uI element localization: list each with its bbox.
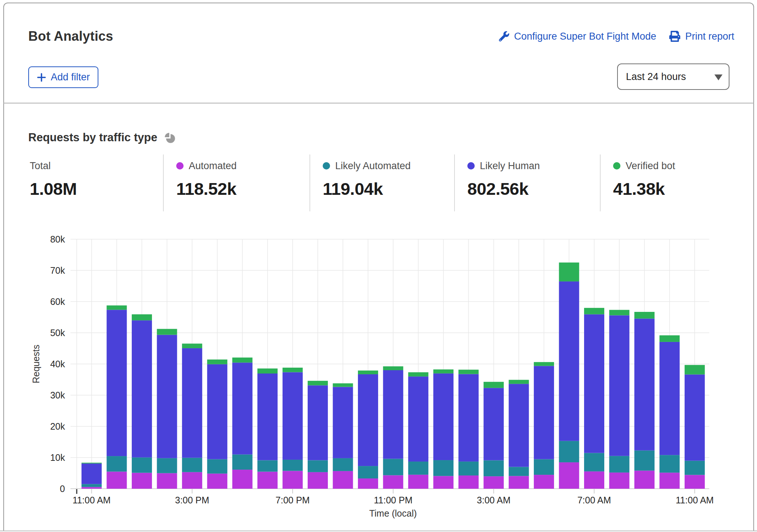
bar-segment[interactable]	[433, 476, 453, 489]
bar-segment[interactable]	[333, 387, 353, 458]
bar-segment[interactable]	[232, 357, 253, 362]
bar-segment[interactable]	[685, 475, 705, 489]
bar-segment[interactable]	[534, 366, 554, 459]
bar-segment[interactable]	[333, 471, 353, 489]
bar-segment[interactable]	[207, 459, 227, 474]
bar-segment[interactable]	[559, 462, 579, 489]
bar-segment[interactable]	[685, 365, 705, 375]
bar-segment[interactable]	[584, 314, 604, 453]
bar-segment[interactable]	[408, 372, 428, 377]
configure-super-bot-fight-mode-link[interactable]: Configure Super Bot Fight Mode	[499, 31, 656, 42]
bar-segment[interactable]	[182, 472, 202, 489]
bar-segment[interactable]	[459, 374, 479, 461]
bar-segment[interactable]	[559, 441, 579, 462]
bar-segment[interactable]	[308, 460, 328, 472]
bar-segment[interactable]	[483, 388, 504, 460]
bar-segment[interactable]	[333, 383, 353, 387]
bar-segment[interactable]	[257, 472, 278, 489]
bar-segment[interactable]	[358, 466, 378, 478]
bar-segment[interactable]	[132, 320, 152, 458]
bar-segment[interactable]	[257, 368, 278, 374]
bar-segment[interactable]	[534, 362, 554, 366]
bar-segment[interactable]	[534, 459, 554, 475]
print-report-link[interactable]: Print report	[669, 31, 734, 42]
bar-segment[interactable]	[383, 366, 403, 370]
bar-segment[interactable]	[559, 262, 579, 281]
bar-segment[interactable]	[308, 472, 328, 489]
bar-segment[interactable]	[483, 476, 504, 489]
bar-segment[interactable]	[459, 462, 479, 475]
bar-segment[interactable]	[283, 368, 303, 372]
bar-segment[interactable]	[82, 463, 102, 463]
add-filter-button[interactable]: Add filter	[28, 66, 98, 88]
bar-segment[interactable]	[232, 455, 253, 470]
bar-segment[interactable]	[157, 473, 177, 489]
bar-segment[interactable]	[408, 462, 428, 475]
bar-segment[interactable]	[207, 474, 227, 489]
bar-segment[interactable]	[132, 473, 152, 489]
bar-segment[interactable]	[433, 369, 453, 374]
bar-segment[interactable]	[106, 456, 127, 471]
bar-segment[interactable]	[106, 305, 127, 310]
bar-segment[interactable]	[383, 459, 403, 475]
bar-segment[interactable]	[509, 384, 529, 467]
bar-segment[interactable]	[408, 475, 428, 489]
bar-segment[interactable]	[509, 380, 529, 384]
bar-segment[interactable]	[283, 372, 303, 460]
bar-segment[interactable]	[433, 460, 453, 476]
bar-segment[interactable]	[584, 471, 604, 489]
bar-segment[interactable]	[132, 458, 152, 473]
bar-segment[interactable]	[157, 335, 177, 458]
bar-segment[interactable]	[408, 376, 428, 462]
bar-segment[interactable]	[358, 374, 378, 466]
bar-segment[interactable]	[659, 342, 680, 455]
bar-segment[interactable]	[609, 473, 629, 489]
bar-segment[interactable]	[232, 470, 253, 489]
bar-segment[interactable]	[609, 315, 629, 456]
bar-segment[interactable]	[358, 478, 378, 489]
bar-segment[interactable]	[584, 308, 604, 314]
bar-segment[interactable]	[106, 310, 127, 456]
bar-segment[interactable]	[232, 362, 253, 454]
bar-segment[interactable]	[559, 281, 579, 441]
bar-segment[interactable]	[207, 360, 227, 364]
bar-segment[interactable]	[383, 475, 403, 489]
bar-segment[interactable]	[659, 335, 680, 342]
bar-segment[interactable]	[308, 381, 328, 385]
bar-segment[interactable]	[634, 451, 655, 471]
bar-segment[interactable]	[433, 374, 453, 460]
bar-segment[interactable]	[308, 385, 328, 460]
bar-segment[interactable]	[283, 471, 303, 489]
bar-segment[interactable]	[459, 370, 479, 374]
bar-segment[interactable]	[685, 375, 705, 461]
bar-segment[interactable]	[82, 487, 102, 489]
bar-segment[interactable]	[182, 458, 202, 472]
bar-segment[interactable]	[634, 318, 655, 450]
bar-segment[interactable]	[82, 484, 102, 487]
bar-segment[interactable]	[257, 374, 278, 460]
bar-segment[interactable]	[685, 461, 705, 475]
bar-segment[interactable]	[358, 371, 378, 374]
bar-segment[interactable]	[157, 458, 177, 473]
bar-segment[interactable]	[609, 310, 629, 316]
bar-segment[interactable]	[483, 460, 504, 477]
bar-segment[interactable]	[459, 475, 479, 489]
bar-segment[interactable]	[634, 471, 655, 489]
bar-segment[interactable]	[283, 460, 303, 471]
bar-segment[interactable]	[182, 348, 202, 458]
bar-segment[interactable]	[333, 458, 353, 471]
bar-segment[interactable]	[157, 329, 177, 335]
bar-segment[interactable]	[106, 471, 127, 489]
bar-segment[interactable]	[132, 314, 152, 320]
bar-segment[interactable]	[609, 456, 629, 473]
bar-segment[interactable]	[534, 475, 554, 489]
bar-segment[interactable]	[584, 453, 604, 471]
bar-segment[interactable]	[182, 343, 202, 348]
bar-segment[interactable]	[383, 370, 403, 459]
bar-segment[interactable]	[509, 476, 529, 489]
bar-segment[interactable]	[257, 460, 278, 471]
bar-segment[interactable]	[207, 364, 227, 459]
bar-segment[interactable]	[82, 463, 102, 484]
bar-segment[interactable]	[659, 455, 680, 473]
bar-segment[interactable]	[509, 467, 529, 476]
